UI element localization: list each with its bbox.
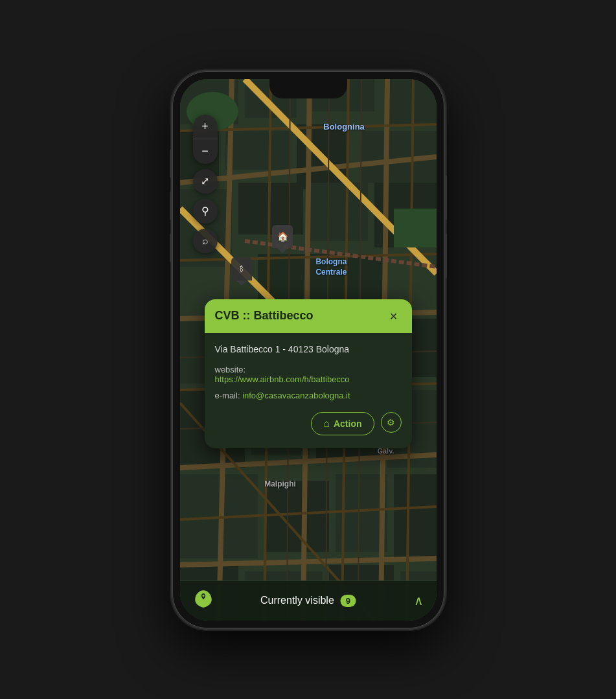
svg-point-55: [202, 594, 204, 596]
action-button[interactable]: ⌂ Action: [311, 412, 374, 435]
location-icon: ⚲: [201, 205, 209, 217]
popup-email-label: e-mail:: [215, 391, 240, 400]
bottom-logo: [193, 588, 214, 613]
fullscreen-icon: ⤢: [201, 175, 209, 187]
action-button-label: Action: [334, 418, 362, 429]
phone-screen: Bolognina BolognaCentrale Malpighi Galv.…: [180, 79, 437, 621]
zoom-controls: + −: [193, 115, 218, 164]
svg-rect-10: [238, 183, 303, 235]
location-button[interactable]: ⚲: [193, 199, 218, 223]
popup-card: CVB :: Battibecco × Via Battibecco 1 - 4…: [205, 299, 412, 449]
zoom-in-button[interactable]: +: [193, 115, 218, 139]
popup-header: CVB :: Battibecco ×: [205, 299, 412, 333]
popup-body: Via Battibecco 1 - 40123 Bologna website…: [205, 333, 412, 449]
search-icon: ⌕: [202, 235, 209, 247]
map-marker-1: 🏠: [272, 225, 293, 248]
popup-email-link[interactable]: info@casavacanzabologna.it: [242, 391, 350, 400]
currently-visible-label: Currently visible: [260, 595, 334, 606]
fullscreen-button[interactable]: ⤢: [193, 169, 218, 194]
visible-count-badge: 9: [341, 595, 356, 607]
svg-rect-25: [394, 474, 437, 558]
action-airbnb-icon: ⌂: [323, 418, 330, 430]
popup-close-button[interactable]: ×: [386, 308, 402, 324]
action-person-button[interactable]: ⚙: [381, 412, 402, 433]
expand-chevron-button[interactable]: ∧: [414, 593, 424, 608]
zoom-out-button[interactable]: −: [193, 139, 218, 164]
map-controls: + − ⤢ ⚲ ⌕: [193, 115, 218, 253]
popup-website-link[interactable]: https://www.airbnb.com/h/battibecco: [215, 374, 350, 384]
svg-rect-6: [225, 131, 290, 170]
popup-address: Via Battibecco 1 - 40123 Bologna: [215, 343, 402, 356]
bottom-center: Currently visible 9: [260, 595, 356, 607]
svg-rect-23: [264, 481, 329, 552]
person-icon: ⚙: [387, 417, 395, 428]
phone-frame: Bolognina BolognaCentrale Malpighi Galv.…: [172, 71, 444, 628]
popup-title: CVB :: Battibecco: [215, 309, 314, 323]
map-marker-currency: ₿: [231, 257, 252, 281]
bottom-bar: Currently visible 9 ∧: [180, 580, 437, 621]
popup-website-field: website: https://www.airbnb.com/h/battib…: [215, 365, 402, 384]
popup-email-field: e-mail: info@casavacanzabologna.it: [215, 391, 402, 400]
popup-website-label: website:: [215, 365, 246, 374]
search-button[interactable]: ⌕: [193, 229, 218, 253]
svg-rect-54: [394, 209, 437, 247]
chevron-up-icon: ∧: [414, 593, 424, 608]
popup-actions: ⌂ Action ⚙: [215, 412, 402, 438]
phone-notch: [269, 79, 347, 98]
